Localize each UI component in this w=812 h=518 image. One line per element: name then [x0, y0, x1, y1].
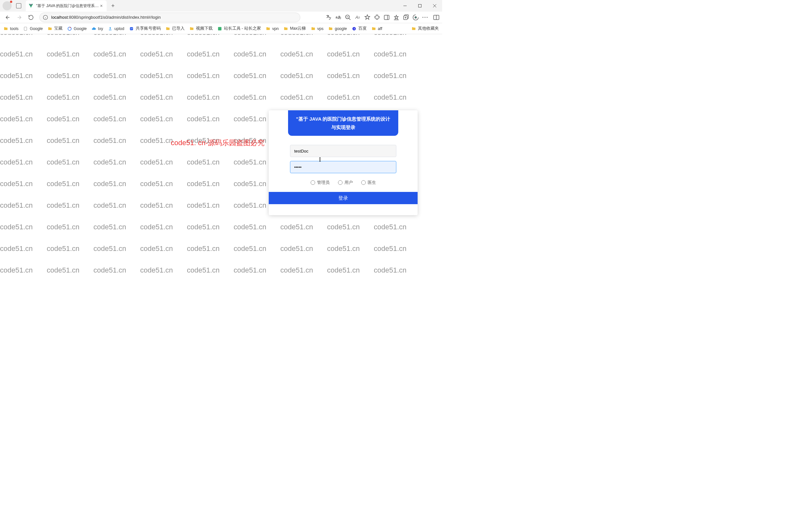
- bookmark-label: 站长工具 - 站长之家: [224, 26, 261, 31]
- text-cursor-icon: I: [319, 157, 321, 163]
- bookmark-label: Max云梯: [290, 26, 306, 31]
- svg-rect-21: [109, 29, 112, 30]
- bookmark-item[interactable]: 1P共享账号密码: [129, 26, 161, 31]
- text-size-icon[interactable]: aあ: [335, 14, 342, 21]
- site-info-icon[interactable]: [43, 15, 48, 20]
- role-radio[interactable]: [311, 180, 315, 185]
- role-radio[interactable]: [361, 180, 366, 185]
- bookmark-item[interactable]: 宝藏: [47, 26, 62, 31]
- role-option[interactable]: 管理员: [311, 180, 330, 186]
- bookmark-item[interactable]: 站长工具 - 站长之家: [217, 26, 261, 31]
- login-title: "基于 JAVA 的医院门诊信息管理系统的设计与实现登录: [288, 110, 398, 136]
- bookmark-label: vps: [317, 26, 323, 31]
- new-tab-button[interactable]: +: [109, 1, 118, 10]
- bookmark-item[interactable]: google: [328, 26, 347, 31]
- role-option[interactable]: 用户: [338, 180, 353, 186]
- bookmark-overflow[interactable]: 其他收藏夹: [411, 26, 439, 31]
- bookmark-item[interactable]: Max云梯: [283, 26, 306, 31]
- zoom-icon[interactable]: [345, 14, 351, 21]
- bookmark-label: txy: [98, 26, 103, 31]
- back-button[interactable]: [3, 12, 13, 23]
- more-icon[interactable]: ···: [422, 14, 429, 21]
- bookmark-label: Google: [74, 26, 87, 31]
- bookmarks-bar: toolsGoogle宝藏Googletxyuplod1P共享账号密码已导入视频…: [0, 23, 442, 34]
- minimize-button[interactable]: [398, 0, 412, 11]
- extensions-icon[interactable]: [374, 14, 380, 21]
- browser-tab[interactable]: "基于 JAVA 的医院门诊信息管理系… ×: [26, 0, 107, 11]
- tab-title: "基于 JAVA 的医院门诊信息管理系…: [36, 3, 99, 9]
- bookmark-label: uplod: [114, 26, 124, 31]
- sidebar-icon[interactable]: [383, 14, 390, 21]
- role-label: 管理员: [317, 180, 330, 186]
- url-box[interactable]: localhost:8080/springbootf1ls0/admin/dis…: [39, 12, 300, 22]
- bookmark-item[interactable]: aff: [371, 26, 382, 31]
- bookmark-overflow-label: 其他收藏夹: [418, 26, 439, 31]
- address-bar: localhost:8080/springbootf1ls0/admin/dis…: [0, 11, 442, 23]
- role-radio[interactable]: [338, 180, 343, 185]
- workspaces-icon[interactable]: [16, 3, 21, 8]
- svg-rect-19: [24, 27, 27, 30]
- bookmark-item[interactable]: 视频下载: [189, 26, 213, 31]
- bookmark-label: 视频下载: [196, 26, 213, 31]
- bookmark-label: Google: [30, 26, 42, 31]
- bookmark-label: google: [335, 26, 347, 31]
- bookmark-label: tools: [10, 26, 18, 31]
- svg-point-16: [415, 17, 417, 18]
- role-option[interactable]: 医生: [361, 180, 376, 186]
- login-card: "基于 JAVA 的医院门诊信息管理系统的设计与实现登录 管理员用户医生 登录: [269, 110, 417, 215]
- center-notice: code51. cn-源码乐园盗图必究: [171, 138, 265, 148]
- username-input[interactable]: [290, 145, 396, 157]
- svg-line-8: [349, 18, 351, 20]
- bookmark-item[interactable]: vps: [311, 26, 323, 31]
- password-input[interactable]: [290, 161, 396, 173]
- bookmark-label: vpn: [272, 26, 279, 31]
- svg-rect-10: [384, 15, 389, 19]
- profile-icon[interactable]: [3, 1, 11, 10]
- refresh-button[interactable]: [26, 12, 36, 23]
- bookmark-item[interactable]: Google: [23, 26, 42, 31]
- svg-rect-24: [218, 27, 221, 30]
- performance-icon[interactable]: [412, 14, 419, 21]
- bookmark-label: aff: [378, 26, 382, 31]
- svg-text:度: 度: [353, 28, 355, 30]
- bookmark-label: 百度: [358, 26, 367, 31]
- svg-text:1P: 1P: [130, 28, 133, 30]
- vue-icon: [28, 3, 33, 8]
- bookmark-item[interactable]: 度百度: [352, 26, 367, 31]
- bookmark-item[interactable]: tools: [3, 26, 18, 31]
- bookmark-item[interactable]: uplod: [108, 26, 124, 31]
- collections-icon[interactable]: [403, 14, 409, 21]
- bookmark-item[interactable]: txy: [91, 26, 103, 31]
- role-label: 医生: [368, 180, 376, 186]
- read-aloud-icon[interactable]: A)): [354, 14, 361, 21]
- bookmark-item[interactable]: 已导入: [165, 26, 185, 31]
- login-button[interactable]: 登录: [269, 192, 417, 204]
- translate-icon[interactable]: [325, 14, 332, 21]
- url-text: localhost:8080/springbootf1ls0/admin/dis…: [51, 15, 161, 20]
- maximize-button[interactable]: [412, 0, 427, 11]
- role-label: 用户: [344, 180, 353, 186]
- browser-titlebar: "基于 JAVA 的医院门诊信息管理系… × +: [0, 0, 442, 11]
- svg-rect-1: [418, 4, 422, 7]
- bookmark-label: 已导入: [172, 26, 185, 31]
- bookmark-item[interactable]: Google: [67, 26, 87, 31]
- favorite-icon[interactable]: [364, 14, 371, 21]
- split-screen-icon[interactable]: [433, 14, 439, 21]
- bookmark-label: 宝藏: [54, 26, 62, 31]
- bookmark-item[interactable]: vpn: [265, 26, 279, 31]
- close-window-button[interactable]: [427, 0, 442, 11]
- forward-button[interactable]: [14, 12, 25, 23]
- bookmark-label: 共享账号密码: [136, 26, 161, 31]
- favorites-bar-icon[interactable]: [393, 14, 400, 21]
- tab-close-button[interactable]: ×: [99, 3, 104, 8]
